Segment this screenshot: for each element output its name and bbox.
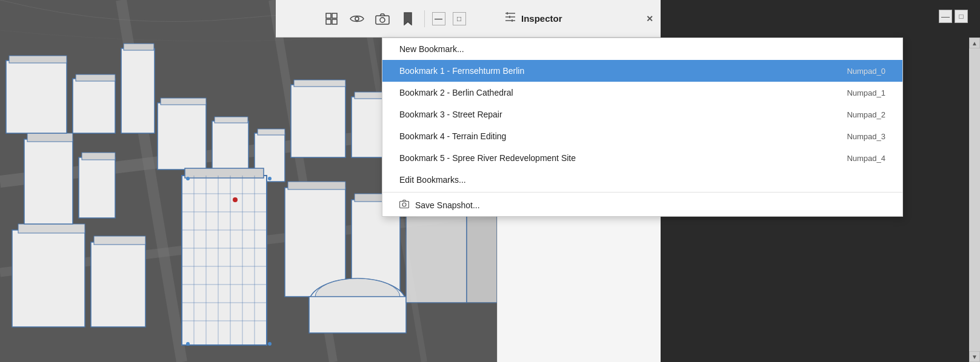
svg-rect-38	[288, 182, 345, 189]
bookmark-3-item[interactable]: Bookmark 3 - Street Repair Numpad_2	[382, 104, 902, 125]
svg-rect-5	[24, 139, 73, 224]
svg-rect-58	[326, 13, 331, 18]
camera-icon[interactable]	[373, 10, 392, 28]
eye-icon[interactable]	[348, 10, 366, 28]
svg-point-62	[355, 17, 359, 21]
svg-rect-3	[91, 242, 145, 327]
svg-rect-21	[182, 176, 267, 345]
svg-rect-61	[332, 19, 337, 24]
inspector-header: Inspector ✕	[497, 0, 661, 38]
main-maximize-button[interactable]: □	[955, 10, 968, 23]
svg-rect-9	[6, 61, 67, 133]
svg-point-64	[380, 18, 385, 22]
save-snapshot-item[interactable]: Save Snapshot...	[382, 194, 902, 216]
svg-point-50	[186, 177, 190, 180]
svg-rect-57	[467, 212, 497, 303]
restore-button[interactable]: □	[453, 12, 466, 25]
svg-rect-17	[212, 121, 248, 176]
bookmark-dropdown-menu: New Bookmark... Bookmark 1 - Fernsehturm…	[382, 38, 903, 217]
scroll-up-button[interactable]: ▲	[969, 38, 980, 48]
svg-rect-22	[185, 168, 264, 178]
scrollbar: ▲ ▼	[969, 38, 980, 362]
svg-rect-11	[73, 79, 115, 133]
svg-rect-12	[76, 74, 115, 81]
inspector-title: Inspector	[521, 13, 562, 24]
bookmark-2-item[interactable]: Bookmark 2 - Berlin Cathedral Numpad_1	[382, 82, 902, 104]
toolbar-separator	[424, 10, 425, 27]
svg-rect-71	[400, 202, 409, 208]
svg-rect-16	[161, 98, 206, 105]
svg-rect-1	[12, 230, 85, 327]
svg-rect-2	[18, 224, 85, 233]
minimize-button[interactable]: —	[432, 12, 445, 25]
svg-rect-13	[121, 48, 155, 133]
bookmark-icon[interactable]	[399, 10, 417, 28]
svg-rect-20	[258, 129, 285, 135]
bookmark-1-item[interactable]: Bookmark 1 - Fernsehturm Berlin Numpad_0	[382, 60, 902, 82]
svg-rect-49	[309, 297, 406, 333]
svg-point-53	[268, 342, 272, 346]
svg-rect-6	[27, 133, 73, 142]
snapshot-icon	[399, 200, 409, 210]
svg-rect-18	[215, 117, 248, 123]
menu-separator	[382, 192, 902, 193]
svg-point-72	[402, 203, 406, 206]
svg-rect-60	[326, 19, 331, 24]
svg-rect-7	[79, 157, 115, 218]
svg-rect-14	[124, 44, 154, 50]
inspector-icon	[504, 12, 516, 25]
toolbar: — □	[276, 0, 512, 38]
main-minimize-button[interactable]: —	[939, 10, 952, 23]
window-controls: — □	[939, 10, 968, 23]
svg-rect-59	[332, 13, 337, 18]
svg-rect-8	[82, 153, 115, 160]
svg-point-52	[186, 342, 190, 346]
bookmark-4-item[interactable]: Bookmark 4 - Terrain Editing Numpad_3	[382, 125, 902, 147]
new-bookmark-item[interactable]: New Bookmark...	[382, 38, 902, 60]
svg-rect-41	[291, 85, 345, 157]
svg-point-54	[233, 197, 238, 202]
inspector-close-button[interactable]: ✕	[646, 14, 653, 24]
scroll-down-button[interactable]: ▼	[969, 351, 980, 362]
svg-rect-63	[376, 16, 389, 24]
svg-rect-4	[94, 236, 145, 245]
layers-icon[interactable]	[322, 10, 341, 28]
svg-rect-37	[285, 188, 345, 297]
svg-point-51	[268, 177, 272, 180]
edit-bookmarks-item[interactable]: Edit Bookmarks...	[382, 169, 902, 191]
svg-rect-10	[9, 56, 67, 63]
svg-rect-42	[294, 80, 345, 87]
bookmark-5-item[interactable]: Bookmark 5 - Spree River Redevelopment S…	[382, 147, 902, 169]
svg-rect-15	[158, 103, 206, 169]
